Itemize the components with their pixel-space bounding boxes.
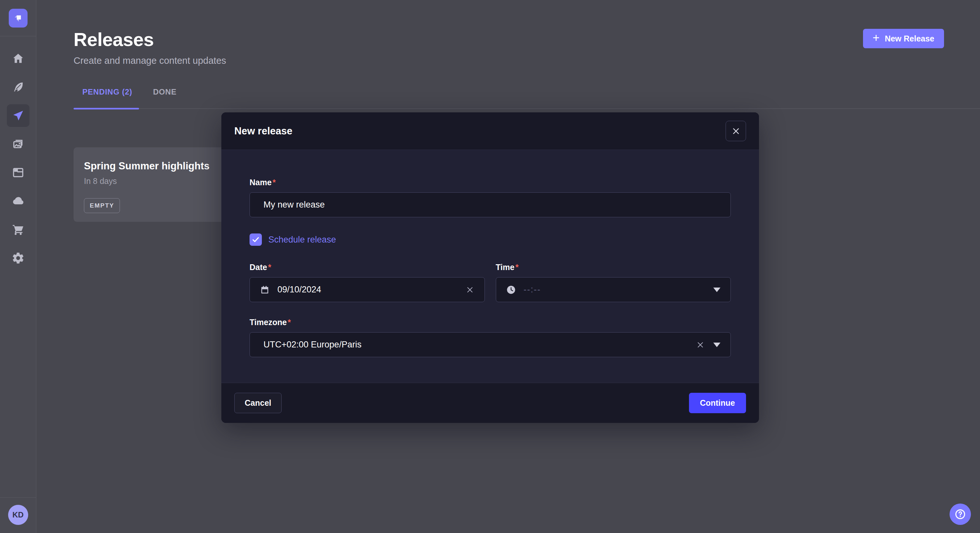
tabs-row: PENDING (2) DONE	[73, 87, 980, 109]
modal-body: Name* Schedule release Date*	[221, 150, 759, 383]
schedule-checkbox[interactable]	[250, 233, 262, 246]
name-input[interactable]	[250, 192, 731, 217]
cancel-button[interactable]: Cancel	[234, 393, 282, 413]
sidebar-footer: KD	[0, 497, 36, 533]
help-button[interactable]	[950, 503, 971, 525]
timezone-field: Timezone* UTC+02:00 Europe/Paris	[250, 318, 731, 357]
help-icon	[954, 508, 966, 520]
sidebar-item-cloud[interactable]	[7, 190, 30, 213]
time-field-label: Time*	[496, 263, 731, 272]
gear-icon	[12, 252, 25, 265]
name-label-text: Name	[250, 178, 272, 187]
sidebar-item-settings[interactable]	[7, 247, 30, 270]
check-icon	[251, 235, 260, 244]
cloud-icon	[12, 195, 25, 208]
clear-icon	[465, 285, 474, 294]
time-field: Time* --:--	[496, 263, 731, 302]
modal-header: New release	[221, 113, 759, 150]
clear-icon	[696, 340, 705, 349]
required-asterisk: *	[515, 263, 519, 272]
sidebar: KD	[0, 0, 36, 533]
time-caret-icon[interactable]	[713, 287, 721, 292]
strapi-logo-icon	[9, 9, 27, 27]
continue-button[interactable]: Continue	[689, 393, 746, 413]
app-logo-button[interactable]	[0, 0, 36, 36]
release-status-badge: EMPTY	[84, 198, 120, 213]
modal-title: New release	[234, 125, 292, 137]
tab-pending[interactable]: PENDING (2)	[73, 87, 141, 109]
time-input[interactable]: --:--	[496, 277, 731, 302]
sidebar-item-releases[interactable]	[7, 104, 30, 127]
modal-close-button[interactable]	[725, 121, 746, 141]
new-release-button-label: New Release	[885, 34, 934, 43]
required-asterisk: *	[272, 178, 276, 187]
tabs-divider	[73, 108, 980, 109]
time-label-text: Time	[496, 263, 515, 272]
date-label-text: Date	[250, 263, 267, 272]
sidebar-item-marketplace[interactable]	[7, 218, 30, 241]
schedule-release-toggle[interactable]: Schedule release	[250, 233, 731, 246]
timezone-clear-button[interactable]	[696, 340, 705, 349]
new-release-button[interactable]: + New Release	[863, 29, 944, 48]
date-field: Date* 09/10/2024	[250, 263, 485, 302]
required-asterisk: *	[268, 263, 271, 272]
clock-icon	[506, 285, 516, 295]
feather-icon	[12, 81, 25, 94]
sidebar-item-content-builder[interactable]	[7, 76, 30, 98]
time-placeholder: --:--	[524, 285, 541, 295]
timezone-field-label: Timezone*	[250, 318, 731, 327]
cart-icon	[12, 223, 25, 236]
page-title: Releases	[73, 29, 226, 50]
close-icon	[732, 127, 740, 135]
page-subtitle: Create and manage content updates	[73, 56, 226, 66]
tab-done[interactable]: DONE	[144, 87, 185, 109]
images-icon	[12, 138, 25, 151]
timezone-caret-icon[interactable]	[713, 343, 721, 347]
calendar-icon	[260, 285, 270, 295]
new-release-modal: New release Name* Schedule release Date*	[221, 113, 759, 423]
user-avatar[interactable]: KD	[8, 505, 28, 525]
date-value: 09/10/2024	[277, 285, 321, 295]
layout-icon	[12, 166, 25, 179]
timezone-label-text: Timezone	[250, 318, 287, 327]
sidebar-item-media-library[interactable]	[7, 133, 30, 155]
date-field-label: Date*	[250, 263, 485, 272]
home-icon	[12, 52, 25, 65]
page-header: Releases Create and manage content updat…	[37, 0, 980, 66]
required-asterisk: *	[288, 318, 291, 327]
timezone-value: UTC+02:00 Europe/Paris	[264, 339, 361, 350]
schedule-checkbox-label: Schedule release	[268, 235, 336, 245]
active-tab-underline	[73, 108, 139, 109]
sidebar-item-home[interactable]	[7, 47, 30, 70]
modal-footer: Cancel Continue	[221, 383, 759, 423]
sidebar-nav	[7, 47, 30, 497]
sidebar-item-content-manager[interactable]	[7, 161, 30, 184]
date-clear-button[interactable]	[465, 285, 474, 294]
timezone-input[interactable]: UTC+02:00 Europe/Paris	[250, 332, 731, 357]
date-input[interactable]: 09/10/2024	[250, 277, 485, 302]
name-field-label: Name*	[250, 178, 731, 187]
send-icon	[12, 109, 25, 122]
